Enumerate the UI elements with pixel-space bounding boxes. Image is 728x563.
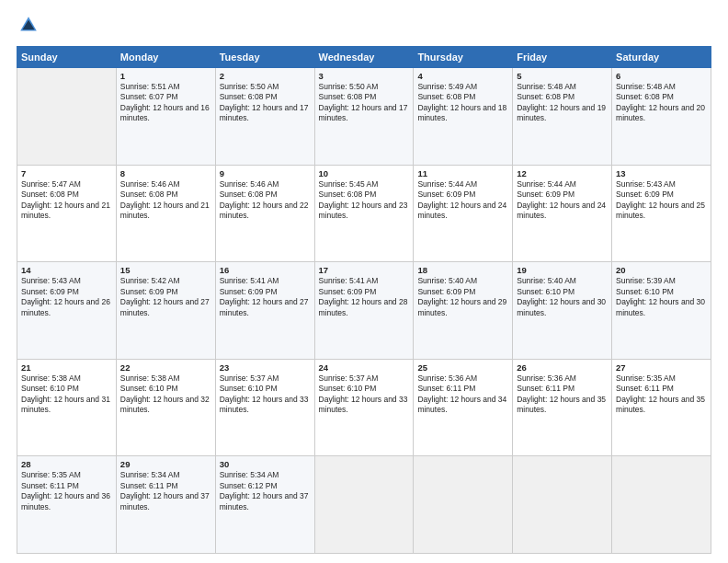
calendar-cell: 29Sunrise: 5:34 AMSunset: 6:11 PMDayligh… <box>116 456 215 554</box>
cell-content: Sunrise: 5:48 AMSunset: 6:08 PMDaylight:… <box>616 82 707 124</box>
sunrise: Sunrise: 5:36 AM <box>517 373 608 384</box>
daylight: Daylight: 12 hours and 34 minutes. <box>417 395 508 416</box>
sunset: Sunset: 6:10 PM <box>120 384 211 394</box>
day-number: 4 <box>417 71 508 81</box>
day-number: 11 <box>417 168 508 178</box>
sunset: Sunset: 6:09 PM <box>616 190 707 200</box>
sunset: Sunset: 6:08 PM <box>319 190 410 200</box>
daylight: Daylight: 12 hours and 24 minutes. <box>517 201 608 222</box>
sunrise: Sunrise: 5:37 AM <box>319 373 410 384</box>
day-number: 16 <box>220 265 311 275</box>
daylight: Daylight: 12 hours and 17 minutes. <box>319 103 410 124</box>
calendar-cell: 27Sunrise: 5:35 AMSunset: 6:11 PMDayligh… <box>612 359 711 456</box>
sunrise: Sunrise: 5:44 AM <box>417 179 508 190</box>
day-number: 18 <box>417 265 508 275</box>
sunset: Sunset: 6:09 PM <box>517 190 608 200</box>
cell-content: Sunrise: 5:45 AMSunset: 6:08 PMDaylight:… <box>319 179 410 222</box>
calendar-cell: 14Sunrise: 5:43 AMSunset: 6:09 PMDayligh… <box>17 262 117 360</box>
day-number: 15 <box>120 265 211 275</box>
daylight: Daylight: 12 hours and 30 minutes. <box>616 297 707 318</box>
cell-content: Sunrise: 5:37 AMSunset: 6:10 PMDaylight:… <box>319 373 410 416</box>
calendar-cell: 1Sunrise: 5:51 AMSunset: 6:07 PMDaylight… <box>116 68 215 166</box>
weekday-header-wednesday: Wednesday <box>314 47 414 68</box>
daylight: Daylight: 12 hours and 35 minutes. <box>616 395 707 416</box>
daylight: Daylight: 12 hours and 25 minutes. <box>616 201 707 222</box>
cell-content: Sunrise: 5:44 AMSunset: 6:09 PMDaylight:… <box>517 179 608 222</box>
calendar-cell: 4Sunrise: 5:49 AMSunset: 6:08 PMDaylight… <box>414 68 513 166</box>
daylight: Daylight: 12 hours and 19 minutes. <box>517 103 608 124</box>
sunrise: Sunrise: 5:49 AM <box>417 82 508 92</box>
calendar-cell <box>612 456 711 554</box>
sunrise: Sunrise: 5:40 AM <box>517 276 608 286</box>
sunset: Sunset: 6:09 PM <box>417 190 508 200</box>
logo <box>17 15 42 39</box>
daylight: Daylight: 12 hours and 30 minutes. <box>517 297 608 318</box>
daylight: Daylight: 12 hours and 24 minutes. <box>417 201 508 222</box>
calendar-cell <box>513 456 612 554</box>
sunrise: Sunrise: 5:44 AM <box>517 179 608 190</box>
weekday-header-row: SundayMondayTuesdayWednesdayThursdayFrid… <box>17 47 711 68</box>
cell-content: Sunrise: 5:44 AMSunset: 6:09 PMDaylight:… <box>417 179 508 222</box>
cell-content: Sunrise: 5:36 AMSunset: 6:11 PMDaylight:… <box>417 373 508 416</box>
cell-content: Sunrise: 5:40 AMSunset: 6:09 PMDaylight:… <box>417 276 508 318</box>
sunset: Sunset: 6:08 PM <box>616 92 707 102</box>
day-number: 19 <box>517 265 608 275</box>
calendar-cell: 13Sunrise: 5:43 AMSunset: 6:09 PMDayligh… <box>612 165 711 262</box>
day-number: 12 <box>517 168 608 178</box>
day-number: 28 <box>21 459 112 469</box>
sunrise: Sunrise: 5:37 AM <box>220 373 311 384</box>
cell-content: Sunrise: 5:41 AMSunset: 6:09 PMDaylight:… <box>220 276 311 318</box>
day-number: 8 <box>120 168 211 178</box>
sunrise: Sunrise: 5:41 AM <box>220 276 311 286</box>
day-number: 7 <box>21 168 112 178</box>
cell-content: Sunrise: 5:43 AMSunset: 6:09 PMDaylight:… <box>616 179 707 222</box>
cell-content: Sunrise: 5:46 AMSunset: 6:08 PMDaylight:… <box>120 179 211 222</box>
sunrise: Sunrise: 5:50 AM <box>220 82 311 92</box>
day-number: 27 <box>616 362 707 373</box>
daylight: Daylight: 12 hours and 32 minutes. <box>120 395 211 416</box>
daylight: Daylight: 12 hours and 37 minutes. <box>120 491 211 512</box>
calendar-cell: 9Sunrise: 5:46 AMSunset: 6:08 PMDaylight… <box>215 165 314 262</box>
sunset: Sunset: 6:11 PM <box>120 481 211 491</box>
cell-content: Sunrise: 5:50 AMSunset: 6:08 PMDaylight:… <box>220 82 311 124</box>
cell-content: Sunrise: 5:35 AMSunset: 6:11 PMDaylight:… <box>616 373 707 416</box>
sunset: Sunset: 6:10 PM <box>319 384 410 394</box>
calendar-cell: 6Sunrise: 5:48 AMSunset: 6:08 PMDaylight… <box>612 68 711 166</box>
day-number: 1 <box>120 71 211 81</box>
sunset: Sunset: 6:09 PM <box>417 287 508 297</box>
sunset: Sunset: 6:11 PM <box>417 384 508 394</box>
sunrise: Sunrise: 5:38 AM <box>21 373 112 384</box>
calendar-cell: 26Sunrise: 5:36 AMSunset: 6:11 PMDayligh… <box>513 359 612 456</box>
weekday-header-saturday: Saturday <box>612 47 711 68</box>
calendar-cell: 28Sunrise: 5:35 AMSunset: 6:11 PMDayligh… <box>17 456 117 554</box>
cell-content: Sunrise: 5:35 AMSunset: 6:11 PMDaylight:… <box>21 470 112 512</box>
logo-icon <box>18 15 39 35</box>
sunset: Sunset: 6:09 PM <box>21 287 112 297</box>
calendar-cell: 24Sunrise: 5:37 AMSunset: 6:10 PMDayligh… <box>314 359 414 456</box>
sunrise: Sunrise: 5:43 AM <box>21 276 112 286</box>
sunrise: Sunrise: 5:51 AM <box>120 82 211 92</box>
daylight: Daylight: 12 hours and 21 minutes. <box>120 201 211 222</box>
cell-content: Sunrise: 5:34 AMSunset: 6:12 PMDaylight:… <box>220 470 311 512</box>
calendar-cell: 12Sunrise: 5:44 AMSunset: 6:09 PMDayligh… <box>513 165 612 262</box>
calendar-cell: 21Sunrise: 5:38 AMSunset: 6:10 PMDayligh… <box>17 359 117 456</box>
calendar-cell: 3Sunrise: 5:50 AMSunset: 6:08 PMDaylight… <box>314 68 414 166</box>
cell-content: Sunrise: 5:36 AMSunset: 6:11 PMDaylight:… <box>517 373 608 416</box>
day-number: 30 <box>220 459 311 469</box>
sunset: Sunset: 6:10 PM <box>616 287 707 297</box>
sunrise: Sunrise: 5:46 AM <box>220 179 311 190</box>
sunrise: Sunrise: 5:34 AM <box>120 470 211 480</box>
sunrise: Sunrise: 5:35 AM <box>21 470 112 480</box>
sunset: Sunset: 6:07 PM <box>120 92 211 102</box>
calendar-cell: 17Sunrise: 5:41 AMSunset: 6:09 PMDayligh… <box>314 262 414 360</box>
calendar-cell: 10Sunrise: 5:45 AMSunset: 6:08 PMDayligh… <box>314 165 414 262</box>
sunset: Sunset: 6:08 PM <box>319 92 410 102</box>
calendar-cell: 22Sunrise: 5:38 AMSunset: 6:10 PMDayligh… <box>116 359 215 456</box>
daylight: Daylight: 12 hours and 37 minutes. <box>220 491 311 512</box>
calendar-cell: 11Sunrise: 5:44 AMSunset: 6:09 PMDayligh… <box>414 165 513 262</box>
cell-content: Sunrise: 5:49 AMSunset: 6:08 PMDaylight:… <box>417 82 508 124</box>
weekday-header-tuesday: Tuesday <box>215 47 314 68</box>
week-row-3: 14Sunrise: 5:43 AMSunset: 6:09 PMDayligh… <box>17 262 711 360</box>
daylight: Daylight: 12 hours and 29 minutes. <box>417 297 508 318</box>
calendar-cell: 23Sunrise: 5:37 AMSunset: 6:10 PMDayligh… <box>215 359 314 456</box>
